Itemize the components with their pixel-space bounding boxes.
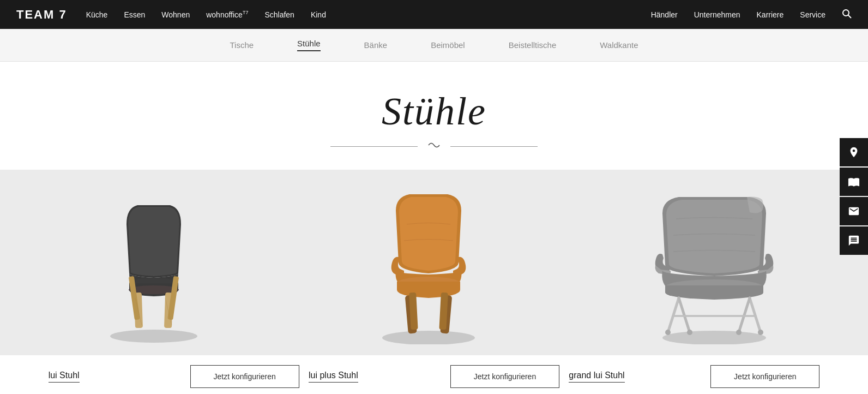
divider-line-right: [450, 146, 538, 147]
product-name-grand-lui: grand lui Stuhl: [569, 371, 624, 383]
subnav-waldkante[interactable]: Waldkante: [600, 40, 638, 50]
product-footer-grand-lui: grand lui Stuhl Jetzt konfigurieren: [569, 365, 819, 388]
svg-point-26: [687, 330, 692, 335]
chair-image-lui-plus: [352, 181, 516, 355]
hero-divider: [0, 140, 868, 153]
top-nav: TEAM 7 Küche Essen Wohnen wohnofficeT7 S…: [0, 0, 868, 29]
top-nav-right: Händler Unternehmen Karriere Service: [651, 9, 852, 21]
logo[interactable]: TEAM 7: [16, 8, 67, 22]
configure-btn-grand-lui[interactable]: Jetzt konfigurieren: [710, 365, 819, 388]
top-nav-links: Küche Essen Wohnen wohnofficeT7 Schlafen…: [86, 10, 326, 19]
product-footer-lui: lui Stuhl Jetzt konfigurieren: [49, 365, 299, 388]
subnav-beistelltische[interactable]: Beistelltische: [509, 40, 557, 50]
subnav-banke[interactable]: Bänke: [364, 40, 388, 50]
svg-line-1: [848, 15, 852, 18]
product-card-lui: [34, 170, 285, 355]
nav-unternehmen[interactable]: Unternehmen: [694, 10, 740, 19]
subnav-tische[interactable]: Tische: [230, 40, 254, 50]
product-card-grand-lui: [583, 170, 834, 355]
page-title: Stühle: [0, 89, 868, 134]
chair-image-lui: [77, 181, 241, 355]
svg-point-17: [662, 331, 766, 344]
nav-kuche[interactable]: Küche: [86, 10, 108, 19]
nav-handler[interactable]: Händler: [651, 10, 678, 19]
sidebar-icons: [840, 138, 868, 256]
svg-point-25: [758, 330, 763, 335]
nav-kind[interactable]: Kind: [311, 10, 326, 19]
product-card-lui-plus: [309, 170, 559, 355]
catalog-icon-btn[interactable]: [840, 168, 868, 196]
chat-icon-btn[interactable]: [840, 226, 868, 255]
email-icon-btn[interactable]: [840, 197, 868, 225]
page-wrapper: TEAM 7 Küche Essen Wohnen wohnofficeT7 S…: [0, 0, 868, 394]
svg-point-11: [382, 331, 475, 344]
product-footer-lui-plus: lui plus Stuhl Jetzt konfigurieren: [309, 365, 559, 388]
divider-ornament: [426, 140, 442, 153]
nav-karriere[interactable]: Karriere: [757, 10, 784, 19]
svg-point-2: [110, 330, 197, 343]
products-grid: [0, 170, 868, 355]
nav-service[interactable]: Service: [800, 10, 825, 19]
nav-wohnen[interactable]: Wohnen: [161, 10, 190, 19]
subnav-stuhle[interactable]: Stühle: [297, 39, 321, 51]
sub-nav: Tische Stühle Bänke Beimöbel Beistelltis…: [0, 29, 868, 62]
top-nav-left: TEAM 7 Küche Essen Wohnen wohnofficeT7 S…: [16, 8, 326, 22]
configure-btn-lui-plus[interactable]: Jetzt konfigurieren: [450, 365, 559, 388]
nav-wohnoffice[interactable]: wohnofficeT7: [206, 10, 248, 19]
svg-point-0: [843, 10, 849, 16]
product-name-lui: lui Stuhl: [49, 371, 80, 383]
search-button[interactable]: [842, 9, 852, 21]
chair-image-grand-lui: [627, 181, 791, 355]
subnav-beimoebel[interactable]: Beimöbel: [431, 40, 465, 50]
product-name-lui-plus: lui plus Stuhl: [309, 371, 358, 383]
hero-title-area: Stühle: [0, 62, 868, 170]
nav-essen[interactable]: Essen: [124, 10, 145, 19]
svg-point-24: [665, 330, 671, 335]
products-footer: lui Stuhl Jetzt konfigurieren lui plus S…: [0, 355, 868, 394]
configure-btn-lui[interactable]: Jetzt konfigurieren: [190, 365, 299, 388]
nav-schlafen[interactable]: Schlafen: [264, 10, 294, 19]
location-icon-btn[interactable]: [840, 138, 868, 166]
divider-line-left: [330, 146, 418, 147]
svg-point-27: [736, 330, 742, 335]
